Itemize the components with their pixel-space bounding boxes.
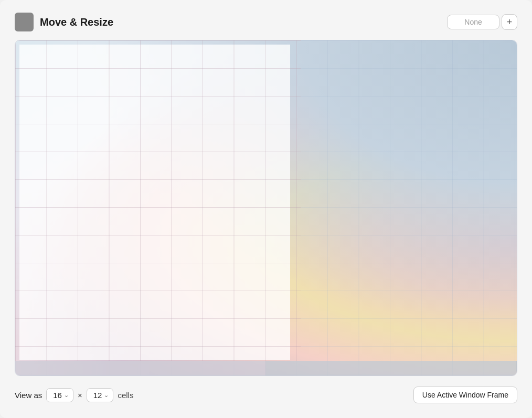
app-icon bbox=[15, 13, 34, 31]
cells-label: cells bbox=[118, 391, 133, 400]
cols-chevron-icon: ⌄ bbox=[64, 392, 69, 399]
cols-select[interactable]: 16 ⌄ bbox=[46, 388, 73, 402]
header-right: None + bbox=[447, 14, 517, 30]
grid-bottom-right bbox=[266, 361, 517, 376]
header: Move & Resize None + bbox=[15, 13, 517, 31]
svg-rect-1 bbox=[15, 40, 517, 376]
cols-value: 16 bbox=[53, 391, 62, 400]
grid-bottom-left bbox=[15, 361, 266, 376]
rows-chevron-icon: ⌄ bbox=[104, 392, 109, 399]
grid-bottom-bar bbox=[15, 361, 517, 376]
page-title: Move & Resize bbox=[40, 16, 113, 28]
header-left: Move & Resize bbox=[15, 13, 113, 31]
x-separator: × bbox=[78, 391, 82, 400]
rows-select[interactable]: 12 ⌄ bbox=[87, 388, 114, 402]
shortcut-select[interactable]: None bbox=[447, 15, 499, 29]
grid-container[interactable] bbox=[15, 40, 517, 376]
grid-svg[interactable] bbox=[15, 40, 517, 376]
footer-left: View as 16 ⌄ × 12 ⌄ cells bbox=[15, 388, 133, 402]
use-active-window-frame-button[interactable]: Use Active Window Frame bbox=[413, 387, 517, 403]
rows-value: 12 bbox=[93, 391, 102, 400]
footer: View as 16 ⌄ × 12 ⌄ cells Use Active Win… bbox=[15, 384, 517, 405]
main-panel: Move & Resize None + bbox=[0, 0, 532, 418]
add-shortcut-button[interactable]: + bbox=[502, 14, 517, 30]
view-as-label: View as bbox=[15, 391, 42, 400]
